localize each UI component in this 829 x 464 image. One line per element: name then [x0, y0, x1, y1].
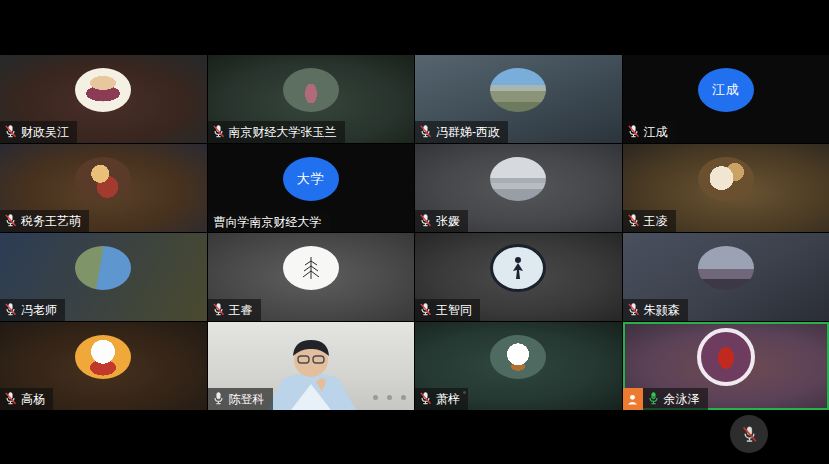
muted-mic-icon — [3, 124, 18, 139]
pine-tree-icon — [300, 255, 322, 281]
name-tag: 张媛 — [415, 210, 468, 232]
participant-name: 余泳泽 — [664, 393, 700, 405]
avatar — [75, 157, 131, 201]
muted-mic-icon — [740, 425, 759, 444]
participant-tile-jiangcheng[interactable]: 江成 江成 — [623, 55, 829, 143]
participant-tile-wangyimeng[interactable]: 税务王艺萌 — [0, 144, 207, 232]
name-tag: 江成 — [623, 121, 676, 143]
name-tag: 高杨 — [0, 388, 53, 410]
name-tag: 余泳泽 — [643, 388, 708, 410]
muted-mic-icon — [626, 124, 641, 139]
participant-tile-fenglaoshi[interactable]: 冯老师 — [0, 233, 207, 321]
participant-tile-wangzhitong[interactable]: 王智同 — [415, 233, 622, 321]
avatar — [698, 157, 754, 201]
avatar — [490, 244, 546, 292]
participant-tile-chendengke-video[interactable]: 陈登科 — [208, 322, 415, 410]
muted-mic-icon — [418, 391, 433, 406]
avatar — [283, 246, 339, 290]
participant-name: 财政吴江 — [21, 126, 69, 138]
gallery-pagination-dots — [373, 395, 406, 400]
participant-name: 税务王艺萌 — [21, 215, 81, 227]
silhouette-figure-icon — [509, 255, 527, 281]
avatar-initials: 江成 — [698, 68, 754, 112]
avatar — [490, 335, 546, 379]
participant-name: 萧梓 — [436, 393, 460, 405]
participant-name: 王凌 — [644, 215, 668, 227]
avatar — [698, 246, 754, 290]
participant-name: 高杨 — [21, 393, 45, 405]
participant-tile-gaoyang[interactable]: 高杨 — [0, 322, 207, 410]
muted-mic-icon — [418, 302, 433, 317]
name-tag: 曹向学南京财经大学 — [208, 213, 330, 232]
participant-tile-caoxiangxue[interactable]: 大学 曹向学南京财经大学 — [208, 144, 415, 232]
mic-on-icon — [211, 391, 226, 406]
participant-tile-yuyongze[interactable]: 余泳泽 — [623, 322, 829, 410]
bottom-bar — [0, 410, 829, 464]
muted-mic-icon — [418, 124, 433, 139]
name-tag: 陈登科 — [208, 388, 273, 410]
name-tag: 南京财经大学张玉兰 — [208, 121, 345, 143]
participant-name: 王智同 — [436, 304, 472, 316]
muted-mic-icon — [626, 302, 641, 317]
muted-mic-icon — [211, 124, 226, 139]
muted-mic-icon — [3, 391, 18, 406]
avatar-initials: 大学 — [283, 157, 339, 201]
participant-name: 朱颢森 — [644, 304, 680, 316]
name-tag: 冯老师 — [0, 299, 65, 321]
participant-tile-wangling[interactable]: 王凌 — [623, 144, 829, 232]
name-tag: 王睿 — [208, 299, 261, 321]
participant-tile-zhangyulan[interactable]: 南京财经大学张玉兰 — [208, 55, 415, 143]
participant-name: 南京财经大学张玉兰 — [229, 126, 337, 138]
avatar — [283, 68, 339, 112]
participant-name: 张媛 — [436, 215, 460, 227]
muted-mic-icon — [626, 213, 641, 228]
participant-tile-wangrui[interactable]: 王睿 — [208, 233, 415, 321]
participant-tile-zhuhaosen[interactable]: 朱颢森 — [623, 233, 829, 321]
name-tag: 税务王艺萌 — [0, 210, 89, 232]
mic-active-icon — [646, 391, 661, 406]
participant-tile-caizhengwujiang[interactable]: 财政吴江 — [0, 55, 207, 143]
participant-name: 王睿 — [229, 304, 253, 316]
avatar — [75, 335, 131, 379]
muted-mic-icon — [418, 213, 433, 228]
muted-mic-icon — [3, 213, 18, 228]
participant-name: 冯群娣-西政 — [436, 126, 500, 138]
name-tag: 萧梓 — [415, 388, 468, 410]
participant-tile-xiaozi[interactable]: 萧梓 — [415, 322, 622, 410]
avatar — [490, 68, 546, 112]
mic-control-button[interactable] — [730, 415, 768, 453]
avatar — [75, 68, 131, 112]
participant-name: 陈登科 — [229, 393, 265, 405]
muted-mic-icon — [211, 302, 226, 317]
name-tag: 朱颢森 — [623, 299, 688, 321]
participant-tile-fengqundi[interactable]: 冯群娣-西政 — [415, 55, 622, 143]
name-tag: 财政吴江 — [0, 121, 77, 143]
name-tag: 冯群娣-西政 — [415, 121, 508, 143]
participant-tile-zhangyuan[interactable]: 张媛 — [415, 144, 622, 232]
avatar — [490, 157, 546, 201]
meeting-window: 财政吴江 南京财经大学张玉兰 冯群娣-西政 江成 江成 — [0, 0, 829, 464]
participant-name: 冯老师 — [21, 304, 57, 316]
participant-name: 曹向学南京财经大学 — [214, 216, 322, 228]
participant-name: 江成 — [644, 126, 668, 138]
name-tag: 王凌 — [623, 210, 676, 232]
name-tag: 王智同 — [415, 299, 480, 321]
avatar — [75, 246, 131, 290]
avatar-logo — [697, 328, 755, 386]
host-badge-icon — [623, 388, 643, 410]
muted-mic-icon — [3, 302, 18, 317]
participant-grid: 财政吴江 南京财经大学张玉兰 冯群娣-西政 江成 江成 — [0, 55, 829, 410]
